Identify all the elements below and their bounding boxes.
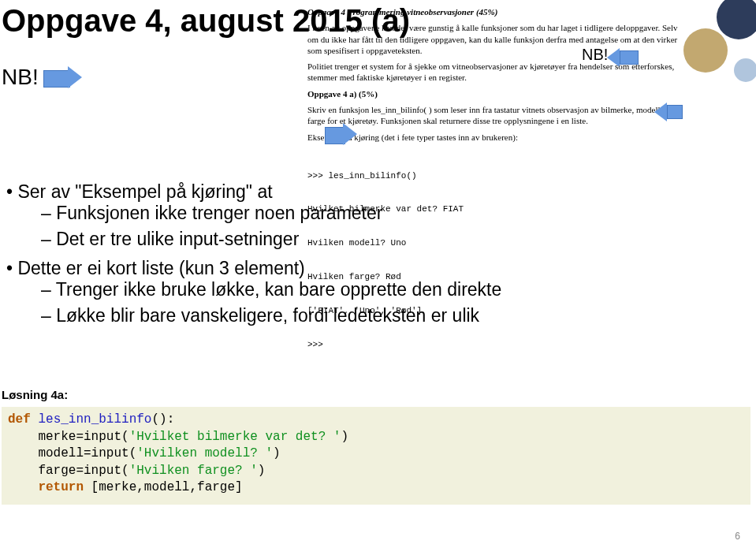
- code-line: modell=input('Hvilken modell? '): [8, 445, 744, 463]
- nb-left-label: NB!: [2, 65, 39, 90]
- bullet-sub-text: Det er tre ulike input-setninger: [41, 229, 708, 250]
- problem-heading: Oppgave 4 Programmering vitneobservasjon…: [307, 6, 686, 17]
- code-line: return [merke,modell,farge]: [8, 479, 744, 497]
- decor-circle: [683, 28, 728, 73]
- problem-subheading: Oppgave 4 a) (5%): [307, 88, 686, 99]
- code-line: >>>: [307, 339, 686, 350]
- problem-task-2: Eksempel på kjøring (det i fete typer ta…: [307, 132, 686, 143]
- solution-label: Løsning 4a:: [2, 388, 68, 401]
- arrow-right-icon: [43, 66, 83, 88]
- bullet-text: Dette er ei kort liste (kun 3 element): [17, 258, 304, 278]
- bullet-text: Ser av "Eksempel på kjøring" at: [17, 181, 272, 202]
- bullet-sub-text: Trenger ikke bruke løkke, kan bare oppre…: [41, 279, 708, 300]
- bullet-list: Ser av "Eksempel på kjøring" at Funksjon…: [6, 181, 708, 334]
- code-line: >>> les_inn_bilinfo(): [307, 170, 686, 181]
- problem-intro-2: Politiet trenger et system for å sjekke …: [307, 61, 686, 84]
- code-line: merke=input('Hvilket bilmerke var det? '…: [8, 429, 744, 446]
- decor-circle: [717, 0, 756, 39]
- bullet-sub-text: Løkke blir bare vanskeligere, fordi lede…: [41, 305, 708, 326]
- decor-circle: [734, 58, 756, 82]
- code-line: farge=input('Hvilken farge? '): [8, 463, 744, 480]
- code-line: def les_inn_bilinfo():: [8, 412, 744, 429]
- problem-task-1: Skriv en funksjon les_inn_bilinfo( ) som…: [307, 104, 686, 127]
- problem-intro-1: I noen av oppgavene kan det være gunstig…: [307, 22, 686, 56]
- solution-code: def les_inn_bilinfo(): merke=input('Hvil…: [2, 407, 750, 505]
- page-number: 6: [735, 531, 740, 542]
- bullet-sub-text: Funksjonen ikke trenger noen parameter: [41, 203, 708, 224]
